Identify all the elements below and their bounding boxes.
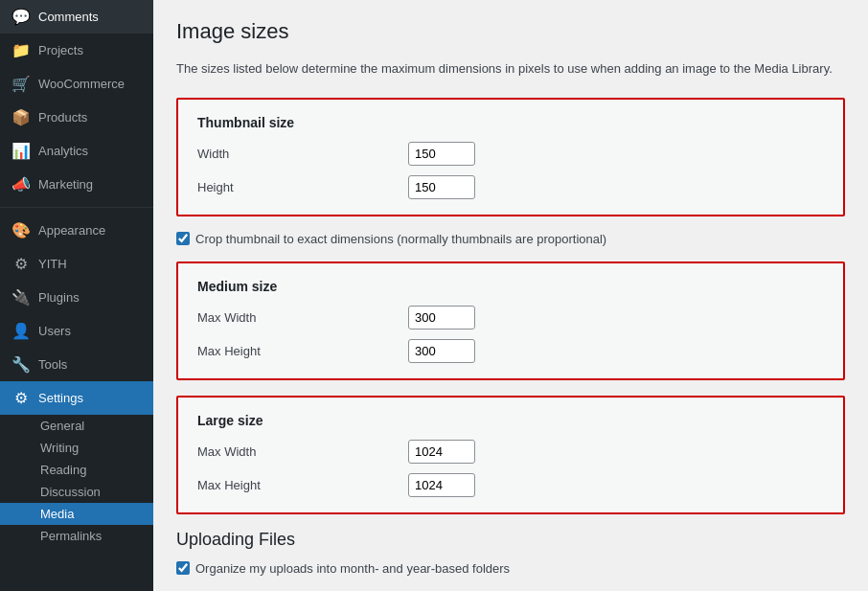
- uploads-label: Organize my uploads into month- and year…: [195, 561, 510, 576]
- sidebar-item-label: YITH: [38, 257, 67, 271]
- sidebar-item-comments[interactable]: 💬 Comments: [0, 0, 153, 34]
- sidebar-sub-general[interactable]: General: [0, 415, 153, 437]
- thumbnail-height-row: Height: [197, 175, 824, 199]
- large-height-label: Max Height: [197, 478, 408, 492]
- tools-icon: 🔧: [11, 355, 31, 374]
- medium-width-label: Max Width: [197, 310, 408, 325]
- sidebar-item-yith[interactable]: ⚙ YITH: [0, 247, 153, 281]
- crop-label: Crop thumbnail to exact dimensions (norm…: [195, 232, 606, 246]
- settings-icon: ⚙: [11, 389, 31, 407]
- medium-height-input[interactable]: [408, 339, 475, 363]
- medium-height-label: Max Height: [197, 344, 408, 358]
- thumbnail-height-input[interactable]: [408, 175, 475, 199]
- uploads-checkbox[interactable]: [176, 561, 190, 575]
- sidebar-item-woocommerce[interactable]: 🛒 WooCommerce: [0, 67, 153, 101]
- uploads-checkbox-row: Organize my uploads into month- and year…: [176, 561, 845, 576]
- sidebar-sub-label: Discussion: [40, 485, 101, 499]
- sidebar-item-label: Users: [38, 324, 71, 338]
- sidebar-item-appearance[interactable]: 🎨 Appearance: [0, 214, 153, 247]
- medium-width-row: Max Width: [197, 306, 824, 330]
- sidebar-divider: [0, 207, 153, 208]
- sidebar: 💬 Comments 📁 Projects 🛒 WooCommerce 📦 Pr…: [0, 0, 153, 591]
- yith-icon: ⚙: [11, 255, 31, 273]
- woocommerce-icon: 🛒: [11, 75, 31, 93]
- sidebar-item-label: Projects: [38, 43, 83, 57]
- large-width-input[interactable]: [408, 440, 475, 464]
- main-content: Image sizes The sizes listed below deter…: [153, 0, 868, 591]
- crop-checkbox[interactable]: [176, 232, 190, 245]
- users-icon: 👤: [11, 322, 31, 340]
- thumbnail-width-row: Width: [197, 142, 824, 166]
- thumbnail-size-section: Thumbnail size Width Height: [176, 98, 845, 216]
- medium-width-input[interactable]: [408, 306, 475, 330]
- projects-icon: 📁: [11, 41, 31, 59]
- sidebar-sub-label: Reading: [40, 463, 86, 477]
- large-width-row: Max Width: [197, 440, 824, 464]
- sidebar-item-label: Appearance: [38, 223, 105, 238]
- analytics-icon: 📊: [11, 142, 31, 160]
- comments-icon: 💬: [11, 8, 31, 26]
- thumbnail-height-label: Height: [197, 180, 408, 194]
- sidebar-item-tools[interactable]: 🔧 Tools: [0, 348, 153, 381]
- sidebar-item-products[interactable]: 📦 Products: [0, 101, 153, 134]
- marketing-icon: 📣: [11, 175, 31, 193]
- sidebar-sub-label: Writing: [40, 441, 79, 455]
- large-height-row: Max Height: [197, 473, 824, 497]
- sidebar-sub-media[interactable]: Media: [0, 503, 153, 525]
- products-icon: 📦: [11, 108, 31, 126]
- medium-height-row: Max Height: [197, 339, 824, 363]
- sidebar-sub-writing[interactable]: Writing: [0, 437, 153, 459]
- sidebar-item-label: Tools: [38, 357, 67, 372]
- large-width-label: Max Width: [197, 444, 408, 459]
- sidebar-item-settings[interactable]: ⚙ Settings: [0, 381, 153, 415]
- sidebar-item-plugins[interactable]: 🔌 Plugins: [0, 281, 153, 314]
- thumbnail-size-title: Thumbnail size: [197, 115, 824, 130]
- thumbnail-width-label: Width: [197, 147, 408, 161]
- sidebar-item-label: Analytics: [38, 144, 88, 158]
- crop-checkbox-row: Crop thumbnail to exact dimensions (norm…: [176, 232, 845, 246]
- large-size-title: Large size: [197, 413, 824, 428]
- plugins-icon: 🔌: [11, 288, 31, 307]
- thumbnail-width-input[interactable]: [408, 142, 475, 166]
- sidebar-sub-label: Permalinks: [40, 529, 102, 543]
- sidebar-sub-reading[interactable]: Reading: [0, 459, 153, 481]
- sidebar-item-label: Comments: [38, 10, 99, 24]
- sidebar-item-label: Settings: [38, 391, 83, 405]
- page-title: Image sizes: [176, 19, 845, 44]
- sidebar-item-marketing[interactable]: 📣 Marketing: [0, 168, 153, 201]
- sidebar-item-analytics[interactable]: 📊 Analytics: [0, 134, 153, 168]
- page-description: The sizes listed below determine the max…: [176, 59, 845, 79]
- appearance-icon: 🎨: [11, 221, 31, 239]
- sidebar-item-users[interactable]: 👤 Users: [0, 314, 153, 348]
- sidebar-item-label: Products: [38, 110, 87, 125]
- sidebar-item-label: WooCommerce: [38, 77, 125, 91]
- medium-size-title: Medium size: [197, 279, 824, 294]
- medium-size-section: Medium size Max Width Max Height: [176, 261, 845, 380]
- uploading-title: Uploading Files: [176, 530, 845, 550]
- large-size-section: Large size Max Width Max Height: [176, 396, 845, 514]
- large-height-input[interactable]: [408, 473, 475, 497]
- sidebar-sub-label: General: [40, 419, 84, 433]
- sidebar-item-label: Plugins: [38, 290, 80, 305]
- sidebar-item-label: Marketing: [38, 177, 93, 192]
- sidebar-item-projects[interactable]: 📁 Projects: [0, 34, 153, 67]
- sidebar-sub-permalinks[interactable]: Permalinks: [0, 525, 153, 547]
- sidebar-sub-label: Media: [40, 507, 74, 521]
- sidebar-sub-discussion[interactable]: Discussion: [0, 481, 153, 503]
